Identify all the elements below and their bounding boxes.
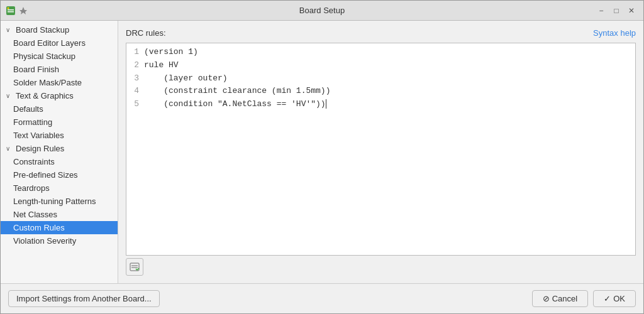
sidebar-item-custom-rules[interactable]: Custom Rules: [1, 221, 118, 234]
bottom-bar: Import Settings from Another Board... ⊘ …: [1, 283, 643, 313]
panel-title: DRC rules:: [126, 28, 166, 38]
code-line: 2rule HV: [129, 59, 633, 72]
chevron-down-icon: ∨: [6, 92, 13, 99]
window-controls: − □ ✕: [594, 4, 638, 18]
svg-rect-1: [8, 9, 14, 11]
ok-icon: ✓: [604, 294, 611, 303]
sidebar-item-formatting[interactable]: Formatting: [1, 116, 118, 129]
sidebar-item-solder-mask-paste[interactable]: Solder Mask/Paste: [1, 76, 118, 89]
close-button[interactable]: ✕: [625, 4, 638, 18]
sidebar-item-design-rules[interactable]: ∨ Design Rules: [1, 142, 118, 155]
pin-icon: [18, 6, 28, 16]
line-content: (condition "A.NetClass == 'HV'")): [144, 98, 331, 111]
code-line: 1(version 1): [129, 46, 633, 59]
sidebar-item-board-editor-layers[interactable]: Board Editor Layers: [1, 36, 118, 50]
code-line: 3 (layer outer): [129, 72, 633, 85]
main-panel: DRC rules: Syntax help 1(version 1)2rule…: [118, 21, 643, 283]
check-rules-icon: [130, 262, 140, 272]
svg-rect-2: [8, 11, 14, 13]
text-cursor: [326, 99, 331, 109]
code-line: 4 (constraint clearance (min 1.5mm)): [129, 85, 633, 98]
import-settings-button[interactable]: Import Settings from Another Board...: [8, 290, 160, 307]
syntax-help-link[interactable]: Syntax help: [593, 28, 636, 38]
minimize-button[interactable]: −: [594, 4, 608, 18]
sidebar-item-board-finish[interactable]: Board Finish: [1, 63, 118, 76]
sidebar-item-constraints[interactable]: Constraints: [1, 155, 118, 168]
ok-button[interactable]: ✓ OK: [593, 290, 636, 307]
window-title: Board Setup: [299, 6, 345, 15]
line-number: 1: [129, 46, 144, 59]
cancel-icon: ⊘: [543, 294, 550, 303]
sidebar: ∨ Board Stackup Board Editor Layers Phys…: [1, 21, 118, 283]
board-setup-window: Board Setup − □ ✕ ∨ Board Stackup Board …: [0, 0, 644, 314]
line-content: (version 1): [144, 46, 198, 59]
sidebar-item-board-stackup[interactable]: ∨ Board Stackup: [1, 23, 118, 36]
sidebar-item-text-variables[interactable]: Text Variables: [1, 129, 118, 142]
sidebar-item-net-classes[interactable]: Net Classes: [1, 208, 118, 221]
check-rules-button[interactable]: [126, 258, 143, 276]
panel-header: DRC rules: Syntax help: [126, 28, 636, 38]
sidebar-item-pre-defined-sizes[interactable]: Pre-defined Sizes: [1, 168, 118, 181]
code-line: 5 (condition "A.NetClass == 'HV'")): [129, 98, 633, 111]
svg-point-3: [8, 7, 9, 9]
content-area: ∨ Board Stackup Board Editor Layers Phys…: [1, 21, 643, 283]
titlebar: Board Setup − □ ✕: [1, 1, 643, 21]
line-number: 4: [129, 85, 144, 98]
line-number: 5: [129, 98, 144, 111]
line-content: (constraint clearance (min 1.5mm)): [144, 85, 330, 98]
sidebar-item-violation-severity[interactable]: Violation Severity: [1, 234, 118, 247]
cancel-button[interactable]: ⊘ Cancel: [532, 290, 588, 307]
code-toolbar: [126, 258, 636, 276]
line-content: rule HV: [144, 59, 179, 72]
chevron-down-icon: ∨: [6, 145, 13, 152]
sidebar-item-defaults[interactable]: Defaults: [1, 102, 118, 116]
chevron-down-icon: ∨: [6, 26, 13, 33]
line-content: (layer outer): [144, 72, 228, 85]
app-icons: [6, 6, 28, 16]
sidebar-item-physical-stackup[interactable]: Physical Stackup: [1, 50, 118, 63]
sidebar-item-teardrops[interactable]: Teardrops: [1, 181, 118, 195]
line-number: 2: [129, 59, 144, 72]
bottom-right-buttons: ⊘ Cancel ✓ OK: [532, 290, 636, 307]
sidebar-item-length-tuning-patterns[interactable]: Length-tuning Patterns: [1, 195, 118, 208]
code-editor[interactable]: 1(version 1)2rule HV3 (layer outer)4 (co…: [126, 43, 636, 256]
line-number: 3: [129, 72, 144, 85]
sidebar-item-text-graphics[interactable]: ∨ Text & Graphics: [1, 89, 118, 102]
app-icon: [6, 6, 16, 16]
maximize-button[interactable]: □: [609, 4, 623, 18]
